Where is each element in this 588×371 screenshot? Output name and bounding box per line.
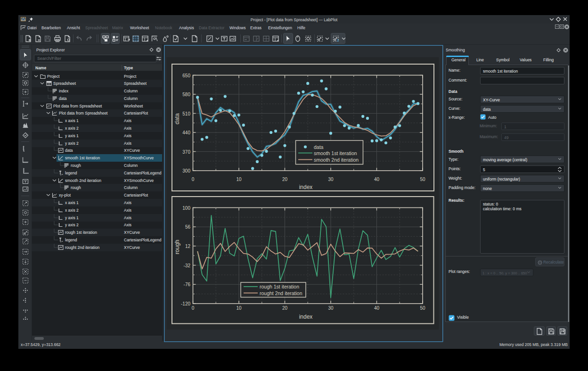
svg-text:50: 50	[420, 177, 425, 182]
svg-text:index: index	[299, 313, 313, 320]
svg-text:smooth 1st iteration: smooth 1st iteration	[314, 150, 357, 156]
svg-text:index: index	[299, 184, 313, 190]
svg-text:data: data	[314, 144, 324, 150]
svg-text:40: 40	[374, 177, 380, 182]
svg-text:smooth 2nd iteration: smooth 2nd iteration	[314, 157, 359, 163]
svg-text:20: 20	[282, 177, 288, 182]
svg-text:20: 20	[282, 305, 288, 311]
svg-text:data: data	[174, 113, 180, 124]
svg-text:40: 40	[374, 305, 380, 311]
svg-text:510: 510	[182, 111, 190, 116]
svg-text:56: 56	[185, 224, 191, 230]
svg-text:30: 30	[328, 177, 334, 182]
svg-text:0: 0	[192, 177, 195, 182]
svg-text:12: 12	[185, 244, 191, 249]
svg-text:580: 580	[182, 92, 190, 97]
svg-text:-120: -120	[181, 301, 190, 306]
svg-text:30: 30	[328, 305, 334, 311]
svg-text:10: 10	[236, 305, 242, 311]
svg-text:rought 2nd iteration: rought 2nd iteration	[260, 290, 302, 296]
svg-text:1: 1	[337, 38, 339, 42]
svg-text:50: 50	[420, 305, 425, 311]
svg-text:440: 440	[182, 130, 190, 135]
svg-text:300: 300	[182, 168, 190, 173]
svg-text:370: 370	[182, 149, 190, 155]
svg-text:100: 100	[182, 206, 190, 211]
svg-text:0: 0	[192, 305, 195, 311]
svg-text:rough 1st iteration: rough 1st iteration	[260, 284, 299, 289]
svg-text:10: 10	[236, 177, 242, 182]
svg-text:rough: rough	[174, 240, 180, 255]
svg-text:-76: -76	[184, 282, 191, 287]
svg-text:650: 650	[182, 73, 190, 78]
svg-text:-32: -32	[184, 263, 191, 268]
